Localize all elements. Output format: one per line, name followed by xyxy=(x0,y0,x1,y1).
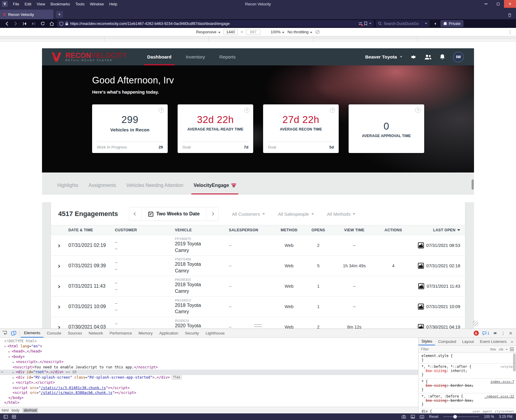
vehicle-photo-icon[interactable] xyxy=(418,324,424,328)
style-rule[interactable]: <style>*, *::before, *::after {box-sizin… xyxy=(418,364,516,379)
dom-tree-line[interactable]: ▶ <head>…</head> xyxy=(0,349,418,354)
styles-filter-input[interactable]: Filter xyxy=(421,347,487,351)
style-rule[interactable]: _reboot.scss:22*, :after, :before {box-s… xyxy=(418,393,516,408)
rule-source-link[interactable]: _reboot.scss:22 xyxy=(484,394,514,399)
url-field[interactable]: https://reactdev.reconvelocity.com/11eb1… xyxy=(57,20,374,27)
style-rule[interactable]: index.scss:7* {box-sizing: border-box;} xyxy=(418,379,516,394)
error-count-badge[interactable]: 6 xyxy=(474,331,479,336)
recon-velocity-logo-icon[interactable] xyxy=(50,52,62,62)
date-range-next-button[interactable] xyxy=(206,207,218,220)
menu-help[interactable]: Help xyxy=(106,0,120,8)
settings-gear-icon[interactable] xyxy=(410,54,417,60)
devtools-settings-gear-icon[interactable] xyxy=(493,331,497,335)
users-icon[interactable] xyxy=(424,54,432,60)
devtools-tab-security[interactable]: Security xyxy=(182,329,202,338)
page-scrollbar-thumb[interactable] xyxy=(472,179,474,190)
style-rule[interactable]: element.style {} xyxy=(418,353,516,364)
devtools-tab-memory[interactable]: Memory xyxy=(135,329,156,338)
vehicle-photo-icon[interactable] xyxy=(418,242,424,248)
rewind-icon[interactable] xyxy=(21,20,28,27)
notifications-bell-icon[interactable] xyxy=(440,54,445,60)
reload-icon[interactable] xyxy=(39,20,46,27)
menu-window[interactable]: Window xyxy=(87,0,106,8)
images-toggle-icon[interactable] xyxy=(411,415,415,418)
back-icon[interactable] xyxy=(3,20,10,27)
zoom-slider-knob[interactable] xyxy=(453,415,457,418)
closed-tabs-trash-icon[interactable] xyxy=(508,13,512,17)
menu-view[interactable]: View xyxy=(34,0,48,8)
device-toolbar-kebab-icon[interactable]: ⋮ xyxy=(508,29,512,35)
sidebar-tab-layout[interactable]: Layout xyxy=(459,338,477,345)
vivaldi-menu-icon[interactable]: V xyxy=(2,1,8,7)
zoom-slider[interactable] xyxy=(443,416,479,417)
bookmark-icon[interactable] xyxy=(364,22,367,26)
breadcrumb-body[interactable]: body xyxy=(12,408,20,412)
panel-toggle-arrow-icon[interactable] xyxy=(431,20,439,27)
tab-assignments[interactable]: Assignments xyxy=(83,183,121,194)
zoom-reset-label[interactable]: Reset xyxy=(429,415,438,419)
nav-item-reports[interactable]: Reports xyxy=(212,48,243,65)
table-row[interactable]: 07/31/2021 02:19----PP1868752019 Toyota … xyxy=(51,235,465,256)
row-expander[interactable] xyxy=(54,304,65,309)
url-dropdown-caret[interactable] xyxy=(369,23,371,24)
fast-forward-icon[interactable] xyxy=(30,20,37,27)
forward-icon[interactable] xyxy=(12,20,19,27)
nav-item-inventory[interactable]: Inventory xyxy=(179,48,212,65)
dom-tree-line[interactable]: <!DOCTYPE html> xyxy=(0,339,418,344)
devtools-splitter-handle[interactable] xyxy=(254,324,262,327)
breadcrumb-divroot[interactable]: div#root xyxy=(22,408,38,413)
dom-tree-line[interactable]: ▶ <noscript>…</noscript> xyxy=(0,359,418,365)
sidebar-scrollbar-thumb[interactable] xyxy=(513,353,516,371)
row-expander[interactable] xyxy=(54,324,65,328)
page-actions-icon[interactable] xyxy=(420,415,424,418)
devtools-tab-elements[interactable]: Elements xyxy=(21,329,44,338)
avatar[interactable]: IW xyxy=(453,52,464,62)
help-icon[interactable]: ? xyxy=(159,107,164,113)
help-icon[interactable]: ? xyxy=(330,107,335,113)
help-icon[interactable]: ? xyxy=(244,107,250,113)
dom-tree-line[interactable]: <script src="/static/js/main.8388acb6.ch… xyxy=(0,390,418,395)
dom-tree-line[interactable]: ▼ <body> xyxy=(0,354,418,360)
capture-icon[interactable] xyxy=(402,415,406,418)
element-classes-toggle[interactable]: .cls xyxy=(498,347,503,351)
rotate-viewport-icon[interactable] xyxy=(315,30,320,34)
tiling-icon[interactable] xyxy=(12,415,16,418)
maximize-button[interactable] xyxy=(492,0,504,8)
viewport-height-input[interactable]: 897 xyxy=(246,29,260,35)
row-expander[interactable] xyxy=(54,243,65,248)
dom-tree-line[interactable]: ▶ <div id="RV-splash-screen" class="RV-s… xyxy=(0,375,418,380)
panel-toggle-icon[interactable] xyxy=(4,415,8,418)
devtools-close-icon[interactable]: ✕ xyxy=(509,331,512,336)
dom-tree-line[interactable]: <noscript>You need to enable JavaScript … xyxy=(0,365,418,370)
rule-source-link[interactable]: index.scss:7 xyxy=(490,380,514,384)
device-zoom-select[interactable]: 100% xyxy=(271,30,284,34)
issues-badge[interactable]: 1 xyxy=(482,331,490,335)
vehicle-photo-icon[interactable] xyxy=(418,283,424,289)
pseudo-state-toggle[interactable]: :hov xyxy=(490,347,496,351)
devtools-tab-sources[interactable]: Sources xyxy=(64,329,86,338)
dom-tree-line[interactable]: <script src="/static/js/3.01401c38.chunk… xyxy=(0,386,418,391)
inspect-element-icon[interactable] xyxy=(0,329,9,338)
throttling-select[interactable]: No throttling xyxy=(287,30,312,34)
device-mode-select[interactable]: Responsive xyxy=(196,30,220,34)
tab-velocityengage[interactable]: VelocityEngage xyxy=(188,183,241,194)
filter-all-salespeople[interactable]: All Salespeople xyxy=(278,212,314,217)
tab-vehicles-needing-attention[interactable]: Vehicles Needing Attention xyxy=(121,183,188,194)
devtools-tab-console[interactable]: Console xyxy=(44,329,64,338)
tab-highlights[interactable]: Highlights xyxy=(52,183,83,194)
date-range-button[interactable]: Two Weeks to Date xyxy=(141,207,206,220)
nav-item-dashboard[interactable]: Dashboard xyxy=(140,48,179,65)
devtools-tab-application[interactable]: Application xyxy=(156,329,182,338)
new-style-rule-button[interactable]: + xyxy=(506,347,508,351)
row-expander[interactable] xyxy=(54,284,65,289)
dealer-select[interactable]: Beaver Toyota xyxy=(365,54,402,60)
sidebar-tab-event-listeners[interactable]: Event Listeners xyxy=(477,338,510,345)
dom-tree-line[interactable]: </html> xyxy=(0,400,418,405)
sidebar-overflow-icon[interactable]: » xyxy=(511,340,516,344)
vehicle-photo-icon[interactable] xyxy=(418,304,424,310)
devtools-tab-lighthouse[interactable]: Lighthouse xyxy=(202,329,228,338)
sidebar-tab-styles[interactable]: Styles xyxy=(418,338,435,345)
device-toolbar-toggle-icon[interactable] xyxy=(9,329,18,338)
menu-bookmarks[interactable]: Bookmarks xyxy=(48,0,73,8)
close-button[interactable]: ✕ xyxy=(504,0,516,8)
